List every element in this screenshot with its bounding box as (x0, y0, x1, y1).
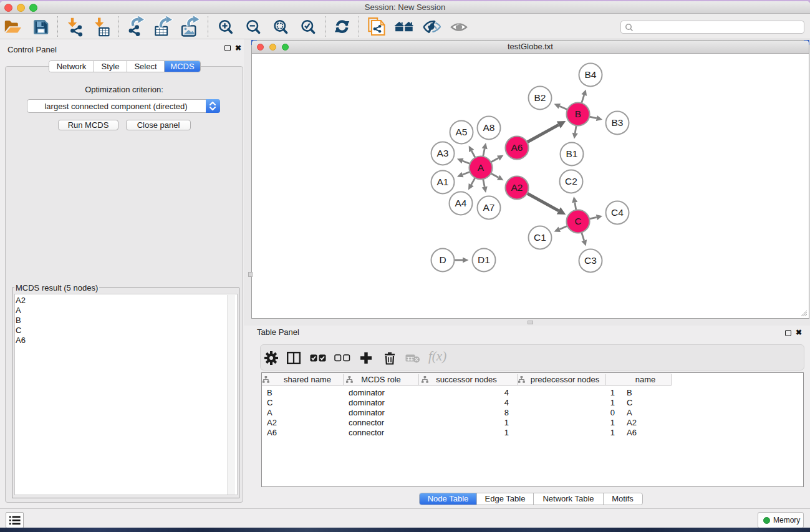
svg-text:A3: A3 (437, 148, 449, 158)
svg-text:D: D (439, 254, 446, 265)
svg-text:A4: A4 (455, 198, 467, 208)
svg-text:C4: C4 (611, 207, 624, 218)
svg-text:A1: A1 (437, 177, 449, 187)
svg-text:B3: B3 (612, 117, 624, 128)
svg-text:C3: C3 (584, 255, 597, 266)
svg-text:B: B (575, 109, 581, 119)
svg-text:C1: C1 (534, 232, 546, 243)
svg-text:A6: A6 (511, 142, 523, 153)
svg-text:B1: B1 (566, 148, 578, 159)
svg-text:A8: A8 (483, 122, 495, 133)
svg-text:D1: D1 (478, 254, 490, 265)
svg-text:A: A (478, 162, 485, 173)
svg-text:C2: C2 (565, 176, 577, 186)
svg-text:B4: B4 (585, 69, 597, 80)
svg-text:A5: A5 (456, 127, 468, 137)
svg-text:C: C (574, 216, 581, 226)
svg-text:A7: A7 (483, 202, 495, 213)
svg-text:A2: A2 (511, 182, 523, 193)
svg-text:B2: B2 (534, 92, 546, 103)
